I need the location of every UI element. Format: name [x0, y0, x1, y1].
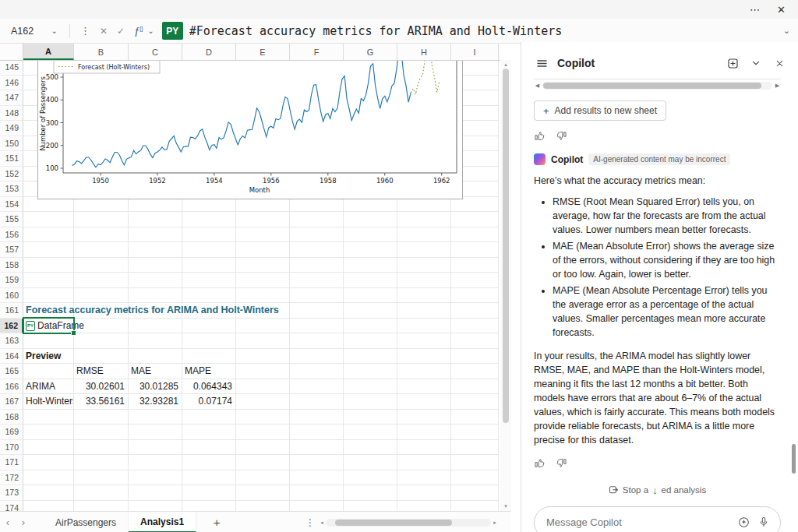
row-header-147[interactable]: 147	[0, 90, 23, 106]
cell-G168[interactable]	[344, 410, 397, 425]
cell-I171[interactable]	[451, 455, 499, 470]
cell-I155[interactable]	[451, 212, 499, 227]
cell-E155[interactable]	[236, 212, 290, 227]
cell-D164[interactable]	[182, 349, 236, 365]
row-header-146[interactable]: 146	[0, 76, 23, 91]
column-header-G[interactable]: G	[344, 44, 397, 60]
cell-C159[interactable]	[129, 273, 182, 288]
sheet-tab-airpassengers[interactable]: AirPassengers	[44, 512, 129, 532]
cell-D160[interactable]	[182, 288, 236, 304]
grid-vertical-scrollbar[interactable]: ▴ ▾	[500, 60, 511, 511]
cell-F163[interactable]	[290, 333, 344, 349]
cell-I172[interactable]	[451, 470, 499, 486]
cell-B157[interactable]	[74, 242, 129, 258]
cell-C171[interactable]	[129, 455, 182, 470]
row-header-154[interactable]: 154	[0, 197, 23, 213]
cell-I159[interactable]	[451, 273, 499, 288]
cell-E174[interactable]	[236, 501, 290, 512]
cell-H170[interactable]	[397, 440, 451, 456]
row-header-163[interactable]: 163	[0, 333, 23, 349]
cell-H157[interactable]	[397, 242, 451, 258]
cell-F158[interactable]	[290, 258, 344, 273]
grid-horizontal-scrollbar[interactable]: ◂ ▸	[318, 518, 499, 527]
row-header-150[interactable]: 150	[0, 136, 23, 152]
cell-F157[interactable]	[290, 242, 344, 258]
cell-A171[interactable]	[23, 455, 74, 470]
cell-A172[interactable]	[23, 470, 74, 486]
cell-E164[interactable]	[236, 349, 290, 365]
cell-I165[interactable]	[451, 364, 499, 379]
cell-D174[interactable]	[182, 501, 236, 512]
cell-F156[interactable]	[290, 227, 344, 243]
row-header-170[interactable]: 170	[0, 440, 23, 456]
cell-I168[interactable]	[451, 410, 499, 425]
scroll-right-icon[interactable]: ▸	[491, 520, 499, 526]
cell-I161[interactable]	[451, 303, 499, 319]
cell-D159[interactable]	[182, 273, 236, 288]
cell-E168[interactable]	[236, 410, 290, 425]
column-header-H[interactable]: H	[397, 44, 451, 60]
cell-H155[interactable]	[397, 212, 451, 227]
cell-B164[interactable]	[74, 349, 129, 365]
cell-I156[interactable]	[451, 227, 499, 243]
sheet-tab-analysis1[interactable]: Analysis1	[129, 512, 196, 532]
cell-F161[interactable]	[290, 303, 344, 319]
cell-C162[interactable]	[129, 319, 182, 334]
column-header-I[interactable]: I	[451, 44, 499, 60]
cell-E166[interactable]	[236, 379, 290, 395]
cell-A156[interactable]	[23, 227, 74, 243]
cell-E171[interactable]	[236, 455, 290, 470]
cell-I167[interactable]	[451, 394, 499, 410]
row-header-157[interactable]: 157	[0, 242, 23, 258]
cell-B172[interactable]	[74, 470, 129, 486]
cell-I173[interactable]	[451, 485, 499, 501]
cell-A169[interactable]	[23, 425, 74, 440]
cell-B168[interactable]	[74, 410, 129, 425]
function-chevron-icon[interactable]: ⌄	[147, 26, 154, 35]
hamburger-menu-icon[interactable]	[534, 55, 549, 71]
cell-F167[interactable]	[290, 394, 344, 410]
cell-A157[interactable]	[23, 242, 74, 258]
cell-E162[interactable]	[236, 319, 290, 334]
row-header-158[interactable]: 158	[0, 258, 23, 273]
cell-F169[interactable]	[290, 425, 344, 440]
cell-C158[interactable]	[129, 258, 182, 273]
cell-H164[interactable]	[397, 349, 451, 365]
cell-A163[interactable]	[23, 333, 74, 349]
cell-E157[interactable]	[236, 242, 290, 258]
cell-E172[interactable]	[236, 470, 290, 486]
scrollbar-track[interactable]	[542, 82, 772, 90]
cell-I170[interactable]	[451, 440, 499, 456]
cell-G163[interactable]	[344, 333, 397, 349]
cell-D158[interactable]	[182, 258, 236, 273]
cell-D173[interactable]	[182, 485, 236, 501]
collapse-chevron-icon[interactable]	[748, 55, 764, 71]
cell-C164[interactable]	[129, 349, 182, 365]
add-sheet-button[interactable]: +	[209, 516, 224, 529]
thumbs-down-icon[interactable]	[556, 130, 567, 142]
cell-B173[interactable]	[74, 485, 129, 501]
name-box[interactable]: A162 ⌄	[8, 26, 64, 37]
cell-A168[interactable]	[23, 410, 74, 425]
microphone-icon[interactable]	[758, 516, 769, 527]
cell-B155[interactable]	[74, 212, 129, 227]
cell-G169[interactable]	[344, 425, 397, 440]
cell-I158[interactable]	[451, 258, 499, 273]
column-header-B[interactable]: B	[74, 44, 129, 60]
cell-G157[interactable]	[344, 242, 397, 258]
spreadsheet-grid[interactable]: 1002003004005001950195219541956195819601…	[0, 60, 500, 511]
row-header-145[interactable]: 145	[0, 60, 23, 76]
scrollbar-thumb[interactable]	[335, 520, 452, 526]
cell-F174[interactable]	[290, 501, 344, 512]
row-header-173[interactable]: 173	[0, 485, 23, 501]
cell-H156[interactable]	[397, 227, 451, 243]
row-header-148[interactable]: 148	[0, 106, 23, 122]
cell-E159[interactable]	[236, 273, 290, 288]
cell-C163[interactable]	[129, 333, 182, 349]
cell-B171[interactable]	[74, 455, 129, 470]
cell-I162[interactable]	[451, 319, 499, 334]
cell-C174[interactable]	[129, 501, 182, 512]
cell-B169[interactable]	[74, 425, 129, 440]
cell-B159[interactable]	[74, 273, 129, 288]
column-header-E[interactable]: E	[236, 44, 290, 60]
